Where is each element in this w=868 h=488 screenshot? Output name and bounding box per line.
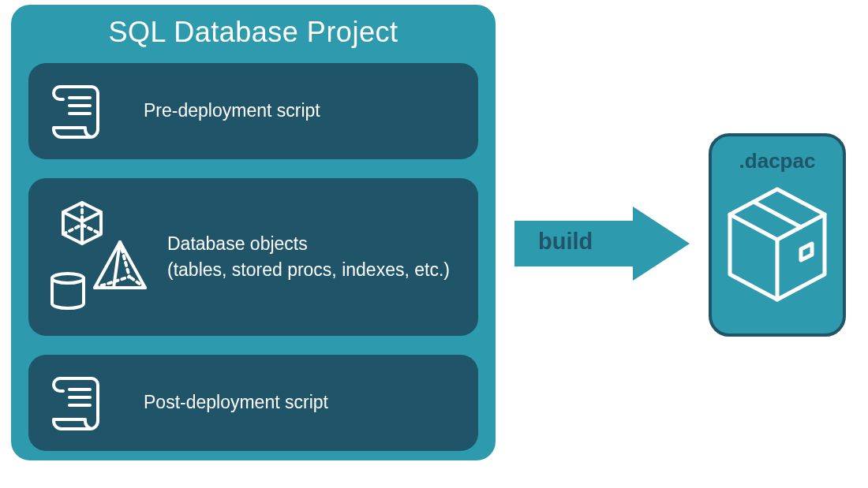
stage-pre-label: Pre-deployment script [144, 98, 320, 124]
build-arrow-label: build [538, 229, 593, 255]
stage-pre-deployment: Pre-deployment script [28, 63, 478, 159]
svg-line-18 [754, 202, 801, 227]
stage-post-deployment: Post-deployment script [28, 355, 478, 451]
stage-post-label: Post-deployment script [144, 389, 328, 415]
scroll-script-icon [49, 80, 144, 142]
database-objects-icon [49, 198, 167, 316]
stage-objects-line1: Database objects [167, 231, 450, 257]
build-arrow: build [514, 207, 690, 281]
svg-point-11 [52, 274, 84, 283]
stage-database-objects: Database objects (tables, stored procs, … [28, 178, 478, 336]
svg-marker-19 [801, 244, 812, 260]
sql-project-container: SQL Database Project Pre-deployment scri… [11, 5, 496, 460]
package-box-icon [722, 181, 832, 307]
stage-objects-line2: (tables, stored procs, indexes, etc.) [167, 257, 450, 283]
stage-objects-label: Database objects (tables, stored procs, … [167, 231, 450, 284]
dacpac-output: .dacpac [709, 133, 846, 337]
project-title: SQL Database Project [28, 16, 478, 49]
dacpac-label: .dacpac [739, 149, 816, 173]
scroll-script-icon [49, 372, 144, 434]
diagram-canvas: SQL Database Project Pre-deployment scri… [0, 0, 868, 488]
